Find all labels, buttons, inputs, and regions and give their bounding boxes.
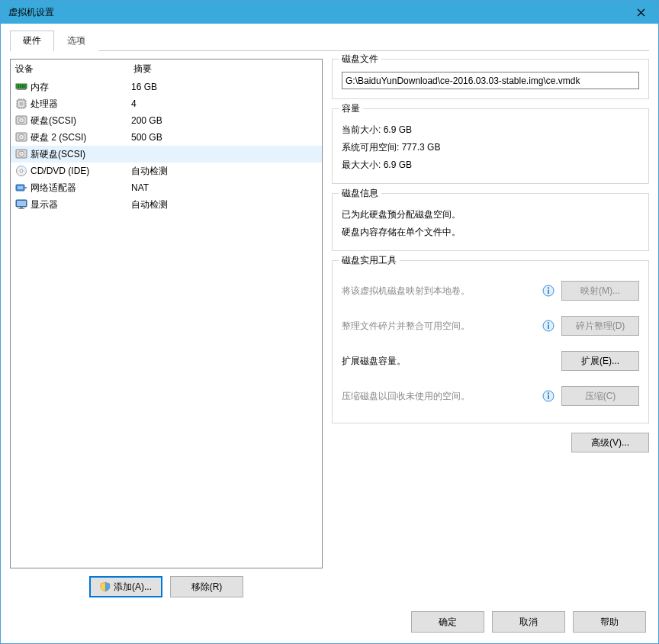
- svg-rect-20: [18, 186, 23, 189]
- device-name: 硬盘(SCSI): [31, 114, 131, 127]
- util-row-map: 将该虚拟机磁盘映射到本地卷。 映射(M)...: [342, 273, 639, 308]
- capacity-free-label: 系统可用空间:: [342, 142, 399, 153]
- shield-icon: [100, 581, 111, 592]
- device-name: 新硬盘(SCSI): [31, 148, 131, 161]
- svg-rect-21: [24, 187, 27, 188]
- info-icon[interactable]: [540, 320, 557, 332]
- group-disk-file-title: 磁盘文件: [339, 53, 381, 66]
- svg-point-31: [548, 322, 549, 324]
- ok-button[interactable]: 确定: [411, 611, 484, 633]
- footer: 确定 取消 帮助: [1, 604, 658, 643]
- info-icon-svg: [542, 320, 555, 332]
- util-defrag-text: 整理文件碎片并整合可用空间。: [342, 320, 540, 333]
- add-button-label: 添加(A)...: [114, 581, 152, 594]
- info-icon-svg: [542, 390, 555, 402]
- add-button[interactable]: 添加(A)...: [89, 576, 162, 597]
- svg-rect-7: [20, 102, 24, 106]
- svg-rect-27: [548, 290, 549, 294]
- device-summary: 16 GB: [131, 82, 319, 92]
- vm-settings-window: 虚拟机设置 硬件 选项 设备 摘要 内存16 GB处理器4硬盘(SCSI)200…: [0, 0, 659, 644]
- device-summary: 200 GB: [131, 115, 319, 126]
- util-compress-text: 压缩磁盘以回收未使用的空间。: [342, 390, 540, 403]
- cancel-button[interactable]: 取消: [492, 611, 565, 633]
- display-icon: [14, 198, 29, 211]
- help-button[interactable]: 帮助: [573, 611, 646, 633]
- util-map-text: 将该虚拟机磁盘映射到本地卷。: [342, 285, 540, 298]
- device-row[interactable]: CD/DVD (IDE)自动检测: [11, 163, 322, 179]
- window-title: 虚拟机设置: [8, 6, 624, 19]
- device-row[interactable]: 网络适配器NAT: [11, 179, 322, 196]
- capacity-free-value: 777.3 GB: [402, 142, 441, 153]
- util-expand-text: 扩展磁盘容量。: [342, 355, 540, 368]
- remove-button[interactable]: 移除(R): [170, 576, 243, 597]
- svg-point-13: [21, 137, 22, 138]
- cd-icon: [14, 164, 29, 178]
- expand-button[interactable]: 扩展(E)...: [561, 351, 639, 371]
- group-capacity-title: 容量: [339, 102, 363, 115]
- device-row[interactable]: 新硬盘(SCSI): [11, 146, 322, 163]
- left-pane: 设备 摘要 内存16 GB处理器4硬盘(SCSI)200 GB硬盘 2 (SCS…: [10, 59, 323, 597]
- dialog-body: 设备 摘要 内存16 GB处理器4硬盘(SCSI)200 GB硬盘 2 (SCS…: [1, 51, 658, 604]
- tabs: 硬件 选项: [1, 24, 658, 50]
- group-utilities: 磁盘实用工具 将该虚拟机磁盘映射到本地卷。 映射(M)... 整理文件碎片并整合…: [332, 260, 649, 423]
- device-row[interactable]: 硬盘(SCSI)200 GB: [11, 112, 322, 129]
- device-summary: NAT: [131, 182, 319, 193]
- close-icon: [637, 8, 645, 17]
- svg-point-18: [20, 169, 23, 172]
- device-row[interactable]: 显示器自动检测: [11, 196, 322, 213]
- device-name: 硬盘 2 (SCSI): [31, 131, 131, 144]
- capacity-current: 当前大小: 6.9 GB: [342, 121, 639, 139]
- svg-rect-33: [548, 395, 549, 399]
- device-name: 显示器: [31, 198, 131, 211]
- capacity-free: 系统可用空间: 777.3 GB: [342, 139, 639, 156]
- tab-hardware[interactable]: 硬件: [10, 31, 54, 51]
- util-row-expand: 扩展磁盘容量。 扩展(E)...: [342, 343, 639, 378]
- disk-icon: [14, 147, 29, 161]
- util-row-compress: 压缩磁盘以回收未使用的空间。 压缩(C): [342, 378, 639, 414]
- close-button[interactable]: [624, 1, 658, 24]
- disk-icon: [14, 130, 29, 144]
- capacity-current-label: 当前大小:: [342, 124, 381, 135]
- disk-info-line2: 硬盘内容存储在单个文件中。: [342, 224, 639, 241]
- defrag-button[interactable]: 碎片整理(D): [561, 316, 639, 336]
- group-disk-info-title: 磁盘信息: [339, 187, 381, 200]
- device-row[interactable]: 内存16 GB: [11, 79, 322, 95]
- tab-options[interactable]: 选项: [54, 31, 98, 51]
- compress-button[interactable]: 压缩(C): [561, 386, 639, 406]
- col-device: 设备: [15, 63, 133, 76]
- map-button[interactable]: 映射(M)...: [561, 281, 639, 301]
- device-row[interactable]: 硬盘 2 (SCSI)500 GB: [11, 129, 322, 146]
- capacity-current-value: 6.9 GB: [384, 124, 412, 135]
- svg-rect-24: [20, 207, 23, 208]
- svg-rect-30: [548, 325, 549, 329]
- right-pane: 磁盘文件 容量 当前大小: 6.9 GB 系统可用空间: 777.3 GB 最大…: [332, 59, 649, 597]
- device-summary: 自动检测: [131, 165, 319, 178]
- svg-point-10: [21, 120, 22, 121]
- advanced-row: 高级(V)...: [332, 433, 649, 452]
- disk-file-input[interactable]: [342, 72, 639, 89]
- device-list-header: 设备 摘要: [11, 60, 322, 79]
- svg-point-28: [548, 287, 549, 288]
- advanced-button[interactable]: 高级(V)...: [571, 433, 649, 452]
- group-disk-file: 磁盘文件: [332, 59, 649, 99]
- device-summary: 500 GB: [131, 132, 319, 143]
- svg-rect-3: [20, 85, 21, 88]
- group-capacity: 容量 当前大小: 6.9 GB 系统可用空间: 777.3 GB 最大大小: 6…: [332, 108, 649, 184]
- col-summary: 摘要: [133, 63, 317, 76]
- info-icon[interactable]: [540, 285, 557, 297]
- svg-rect-25: [18, 208, 24, 209]
- device-name: 内存: [31, 81, 131, 94]
- memory-icon: [14, 80, 29, 94]
- capacity-max-value: 6.9 GB: [384, 159, 412, 170]
- cpu-icon: [14, 97, 29, 111]
- net-icon: [14, 181, 29, 195]
- device-name: 处理器: [31, 98, 131, 111]
- info-icon[interactable]: [540, 390, 557, 402]
- device-row[interactable]: 处理器4: [11, 95, 322, 112]
- device-rows: 内存16 GB处理器4硬盘(SCSI)200 GB硬盘 2 (SCSI)500 …: [11, 79, 322, 213]
- info-icon-svg: [542, 285, 555, 297]
- disk-icon: [14, 114, 29, 127]
- svg-rect-23: [17, 201, 26, 206]
- svg-point-16: [21, 153, 22, 155]
- svg-rect-2: [18, 85, 19, 88]
